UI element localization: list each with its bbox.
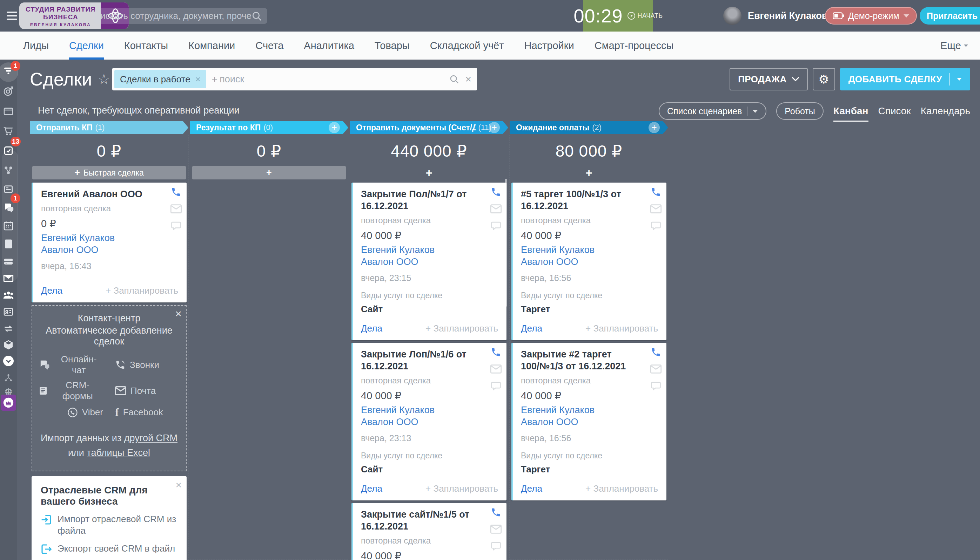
add-deal-to-stage-icon[interactable]: +	[488, 122, 500, 133]
add-deal-button[interactable]: ДОБАВИТЬ СДЕЛКУ	[840, 68, 970, 90]
filter-search-icon[interactable]	[449, 74, 460, 85]
deal-activities-link[interactable]: Дела	[521, 323, 542, 334]
chat-icon[interactable]	[491, 220, 501, 231]
deal-schedule-link[interactable]: + Запланировать	[585, 483, 658, 494]
call-icon[interactable]	[651, 187, 661, 197]
documents-icon[interactable]	[0, 236, 17, 252]
deal-activities-link[interactable]: Дела	[41, 285, 62, 296]
deal-title[interactable]: Закрытие Пол/№1/7 от 16.12.2021	[361, 188, 475, 212]
filter-chip[interactable]: Сделки в работе ×	[114, 70, 206, 88]
nav-deals[interactable]: Сделки	[69, 32, 104, 60]
industry-crm-item[interactable]: Экспорт своей CRM в файл	[41, 543, 177, 555]
timer-start-button[interactable]: НАЧАТЬ	[627, 12, 663, 20]
nav-invoices[interactable]: Счета	[255, 32, 283, 60]
chat-icon[interactable]	[651, 380, 661, 391]
close-icon[interactable]: ×	[175, 307, 182, 320]
add-deal-to-stage-icon[interactable]: +	[329, 122, 340, 133]
marketing-target-icon[interactable]	[0, 83, 17, 99]
mail-icon[interactable]	[0, 270, 17, 286]
deal-contact-link[interactable]: Евгений Кулаков	[361, 244, 475, 255]
deal-activities-link[interactable]: Дела	[521, 483, 542, 494]
quick-deal-button[interactable]: +	[512, 166, 666, 180]
deal-card[interactable]: Закрытие #2 таргет 100/№1/3 от 16.12.202…	[512, 343, 666, 500]
deal-company-link[interactable]: Авалон ООО	[41, 244, 155, 255]
deal-card[interactable]: Евгений Авалон ООО повторная сделка 0 ₽ …	[32, 183, 187, 302]
chat-icon[interactable]	[651, 220, 661, 231]
deal-schedule-link[interactable]: + Запланировать	[105, 285, 178, 296]
email-icon[interactable]	[490, 204, 502, 213]
workgroups-icon[interactable]	[0, 287, 17, 303]
nav-leads[interactable]: Лиды1	[23, 32, 49, 60]
filter-search-input[interactable]	[219, 74, 443, 85]
deal-activities-link[interactable]: Дела	[361, 323, 382, 334]
call-icon[interactable]	[491, 347, 501, 357]
industry-crm-item[interactable]: Импорт отраслевой CRM из файла	[41, 513, 177, 537]
channel-mail[interactable]: Почта	[115, 380, 180, 402]
channel-viber[interactable]: Viber	[38, 406, 103, 419]
close-icon[interactable]: ×	[176, 479, 182, 491]
global-search-input[interactable]	[100, 10, 251, 22]
tariff-crown-icon[interactable]	[1, 395, 16, 411]
favorite-star-icon[interactable]: ☆	[97, 71, 110, 87]
call-icon[interactable]	[491, 507, 501, 518]
deal-title[interactable]: Закрытие #2 таргет 100/№1/3 от 16.12.202…	[521, 348, 635, 372]
quick-deal-button[interactable]: +Быстрая сделка	[32, 166, 186, 180]
deal-contact-link[interactable]: Евгений Кулаков	[521, 244, 635, 255]
chat-icon[interactable]	[171, 220, 181, 231]
deal-schedule-link[interactable]: + Запланировать	[425, 323, 498, 334]
deal-company-link[interactable]: Авалон ООО	[521, 416, 635, 428]
chat-icon[interactable]	[491, 541, 501, 551]
nav-smart-processes[interactable]: Смарт-процессы	[595, 32, 674, 60]
column-header[interactable]: Отправить документы (Счет/Договор/Акт)(1…	[350, 121, 508, 134]
deal-card[interactable]: Закрытие Пол/№1/7 от 16.12.2021 повторна…	[351, 183, 507, 340]
nav-products[interactable]: Товары	[375, 32, 410, 60]
deal-activities-link[interactable]: Дела	[361, 483, 382, 494]
quick-deal-button[interactable]: +	[192, 166, 346, 180]
deal-schedule-link[interactable]: + Запланировать	[425, 483, 498, 494]
import-excel-link[interactable]: таблицы Excel	[87, 448, 150, 458]
nav-more[interactable]: Еще	[940, 40, 968, 52]
deal-card[interactable]: #5 таргет 100/№1/3 от 16.12.2021 повторн…	[512, 183, 666, 340]
filter-search-bar[interactable]: Сделки в работе × + ×	[112, 68, 477, 90]
deal-schedule-link[interactable]: + Запланировать	[585, 323, 658, 334]
drive-icon[interactable]	[0, 254, 17, 269]
quick-deal-button[interactable]: +	[352, 166, 506, 180]
view-calendar[interactable]: Календарь	[921, 105, 970, 117]
marketplace-cube-icon[interactable]	[0, 337, 17, 353]
deal-company-link[interactable]: Авалон ООО	[521, 256, 635, 267]
user-menu[interactable]: Евгений Кулаков	[748, 10, 837, 22]
email-icon[interactable]	[650, 365, 662, 373]
nav-analytics[interactable]: Аналитика	[304, 32, 354, 60]
column-header[interactable]: Результат по КП(0) +	[190, 121, 348, 134]
sitemap-icon[interactable]	[0, 370, 17, 385]
view-kanban[interactable]: Канбан	[833, 105, 868, 117]
column-header[interactable]: Отправить КП(1)	[30, 121, 188, 134]
nav-contacts[interactable]: Контакты	[124, 32, 168, 60]
worktime-timer[interactable]: 00:29 НАЧАТЬ	[583, 0, 653, 32]
deal-company-link[interactable]: Авалон ООО	[361, 416, 475, 428]
deal-contact-link[interactable]: Евгений Кулаков	[361, 404, 475, 416]
column-header[interactable]: Ожидание оплаты(2) +	[510, 121, 668, 134]
automation-icon[interactable]	[0, 163, 17, 178]
sync-icon[interactable]	[0, 321, 17, 337]
contacts-card-icon[interactable]	[0, 304, 17, 320]
chat-icon[interactable]	[491, 380, 501, 391]
demo-mode-button[interactable]: Демо-режим	[825, 7, 917, 25]
scenarios-button[interactable]: Список сценариев	[659, 102, 766, 120]
column-scrollbar[interactable]	[505, 179, 507, 307]
search-icon[interactable]	[251, 10, 263, 22]
call-icon[interactable]	[651, 347, 661, 357]
deal-card[interactable]: Закрытие Лоп/№1/6 от 16.12.2021 повторна…	[351, 343, 507, 500]
board-settings-gear-icon[interactable]: ⚙	[813, 68, 835, 90]
calendar-icon[interactable]	[0, 218, 17, 233]
filter-clear-icon[interactable]: ×	[465, 73, 472, 85]
deal-title[interactable]: Закрытие Лоп/№1/6 от 16.12.2021	[361, 348, 475, 372]
channel-crm-forms[interactable]: CRM-формы	[38, 380, 103, 402]
add-deal-to-stage-icon[interactable]: +	[649, 122, 660, 133]
nav-settings[interactable]: Настройки	[524, 32, 574, 60]
deal-contact-link[interactable]: Евгений Кулаков	[41, 232, 155, 243]
import-crm-link[interactable]: другой CRM	[124, 433, 177, 443]
email-icon[interactable]	[650, 204, 662, 213]
pipeline-selector-button[interactable]: ПРОДАЖА	[729, 68, 808, 90]
call-icon[interactable]	[491, 187, 501, 197]
